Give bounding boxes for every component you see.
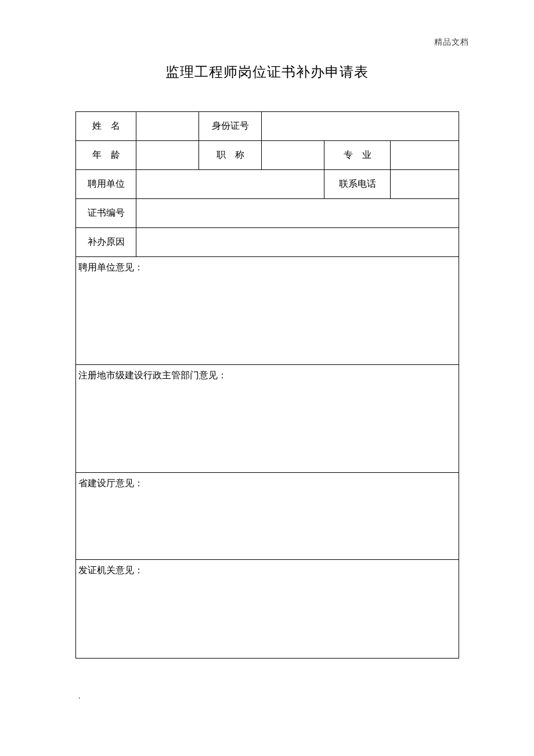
page-title: 监理工程师岗位证书补办申请表 bbox=[0, 63, 534, 81]
label-issuer-opinion: 发证机关意见： bbox=[78, 565, 454, 658]
value-phone bbox=[391, 170, 459, 199]
row-issuer-opinion: 发证机关意见： bbox=[76, 560, 459, 659]
value-title-rank bbox=[262, 141, 324, 170]
value-reason bbox=[136, 228, 459, 257]
label-employer-opinion: 聘用单位意见： bbox=[78, 262, 454, 364]
value-age bbox=[136, 141, 199, 170]
row-age-title-major: 年 龄 职 称 专 业 bbox=[76, 141, 459, 170]
footer-marker: . bbox=[78, 692, 81, 701]
label-id-number: 身份证号 bbox=[199, 112, 262, 141]
label-reason: 补办原因 bbox=[76, 228, 136, 257]
label-phone: 联系电话 bbox=[324, 170, 391, 199]
value-cert-no bbox=[136, 199, 459, 228]
value-id-number bbox=[262, 112, 459, 141]
label-cert-no: 证书编号 bbox=[76, 199, 136, 228]
label-city-opinion: 注册地市级建设行政主管部门意见： bbox=[78, 370, 454, 472]
form-table-container: 姓 名 身份证号 年 龄 职 称 专 业 聘用单位 联系电话 证书编号 补办原因 bbox=[75, 111, 459, 659]
row-reason: 补办原因 bbox=[76, 228, 459, 257]
label-age: 年 龄 bbox=[76, 141, 136, 170]
value-name bbox=[136, 112, 199, 141]
value-major bbox=[391, 141, 459, 170]
row-employer-phone: 聘用单位 联系电话 bbox=[76, 170, 459, 199]
label-major: 专 业 bbox=[324, 141, 391, 170]
row-province-opinion: 省建设厅意见： bbox=[76, 473, 459, 560]
label-employer: 聘用单位 bbox=[76, 170, 136, 199]
value-employer bbox=[136, 170, 324, 199]
application-form-table: 姓 名 身份证号 年 龄 职 称 专 业 聘用单位 联系电话 证书编号 补办原因 bbox=[75, 111, 459, 659]
label-name: 姓 名 bbox=[76, 112, 136, 141]
watermark-text: 精品文档 bbox=[434, 37, 469, 48]
label-province-opinion: 省建设厅意见： bbox=[78, 478, 454, 559]
row-cert-no: 证书编号 bbox=[76, 199, 459, 228]
row-name-id: 姓 名 身份证号 bbox=[76, 112, 459, 141]
row-employer-opinion: 聘用单位意见： bbox=[76, 257, 459, 365]
label-title-rank: 职 称 bbox=[199, 141, 262, 170]
row-city-opinion: 注册地市级建设行政主管部门意见： bbox=[76, 365, 459, 473]
